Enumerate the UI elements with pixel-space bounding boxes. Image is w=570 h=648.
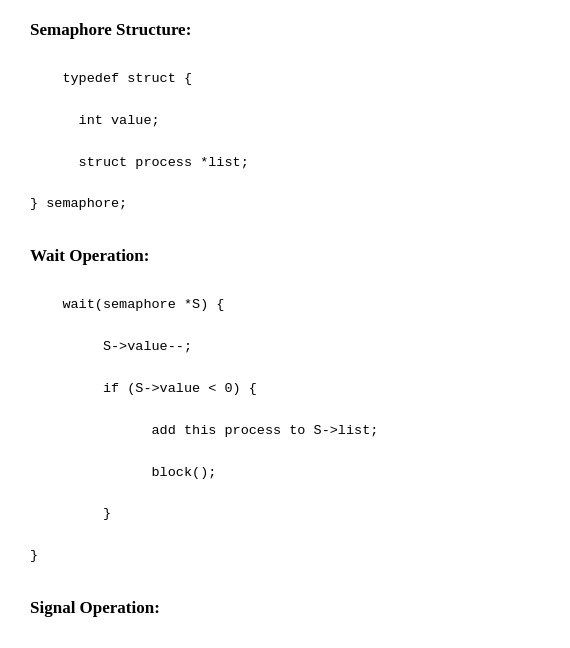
wait-operation-code: wait(semaphore *S) { S->value--; if (S->… xyxy=(30,274,540,588)
signal-operation-code: signal(semaphore *S) { S->value++; if (S… xyxy=(30,626,540,648)
wait-code-line-1: wait(semaphore *S) { xyxy=(62,297,224,312)
semaphore-structure-code: typedef struct { int value; struct proce… xyxy=(30,48,540,236)
code-line-2: int value; xyxy=(30,113,160,128)
wait-code-line-3: if (S->value < 0) { xyxy=(30,381,257,396)
signal-operation-title: Signal Operation: xyxy=(30,598,540,618)
wait-code-line-4: add this process to S->list; xyxy=(30,423,378,438)
signal-operation-section: Signal Operation: signal(semaphore *S) {… xyxy=(30,598,540,648)
code-line-1: typedef struct { xyxy=(62,71,192,86)
wait-code-line-2: S->value--; xyxy=(30,339,192,354)
wait-code-line-6: } xyxy=(30,506,111,521)
semaphore-structure-title: Semaphore Structure: xyxy=(30,20,540,40)
wait-code-line-7: } xyxy=(30,548,38,563)
code-line-4: } semaphore; xyxy=(30,196,127,211)
wait-code-line-5: block(); xyxy=(30,465,216,480)
code-line-3: struct process *list; xyxy=(30,155,249,170)
semaphore-structure-section: Semaphore Structure: typedef struct { in… xyxy=(30,20,540,236)
wait-operation-section: Wait Operation: wait(semaphore *S) { S->… xyxy=(30,246,540,588)
wait-operation-title: Wait Operation: xyxy=(30,246,540,266)
